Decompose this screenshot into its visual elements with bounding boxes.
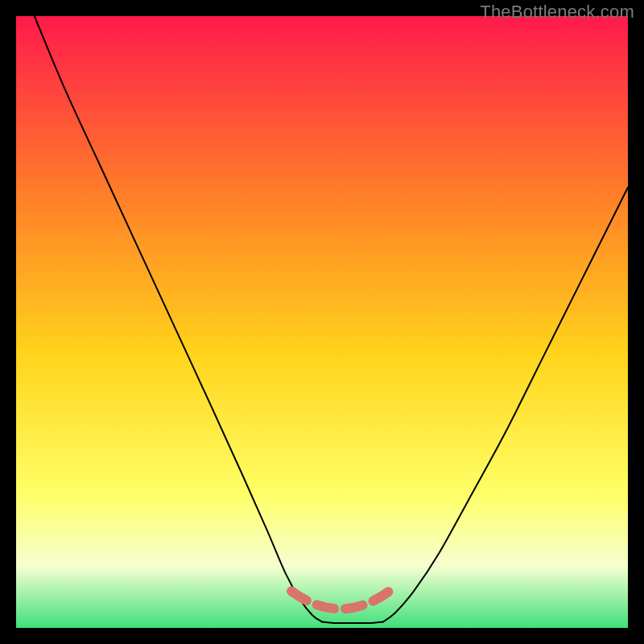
watermark-text: TheBottleneck.com (480, 2, 634, 23)
chart-frame: TheBottleneck.com (0, 0, 644, 644)
gradient-background (16, 16, 628, 628)
plot-area (16, 16, 628, 628)
chart-svg (16, 16, 628, 628)
